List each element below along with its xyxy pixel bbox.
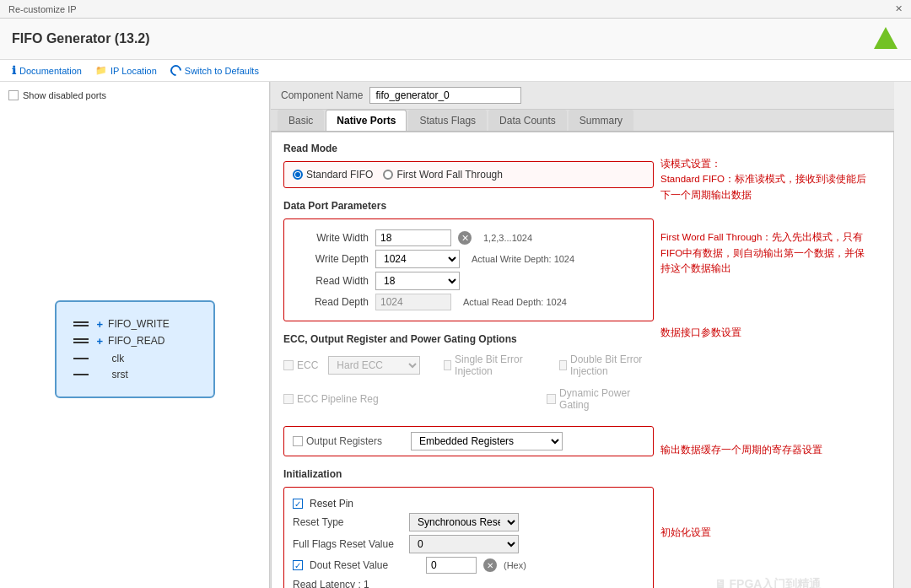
output-reg-select[interactable]: Embedded Registers bbox=[411, 432, 563, 450]
ecc-pipeline-checkbox bbox=[283, 394, 294, 404]
read-width-select[interactable]: 18 bbox=[375, 272, 460, 290]
watermark: 🖥 FPGA入门到精通 bbox=[660, 575, 875, 588]
fifo-write-port: + FIFO_WRITE bbox=[73, 318, 197, 331]
annotation-init: 初始化设置 bbox=[660, 525, 875, 540]
dout-reset-checkbox[interactable] bbox=[293, 560, 303, 570]
output-reg-box: Output Registers Embedded Registers bbox=[283, 426, 654, 456]
info-icon: ℹ bbox=[12, 64, 16, 77]
dout-reset-clear-btn[interactable]: ✕ bbox=[483, 558, 497, 572]
toolbar: ℹ Documentation 📁 IP Location Switch to … bbox=[0, 60, 911, 82]
dynamic-power-gating: Dynamic Power Gating bbox=[547, 387, 654, 411]
single-bit-injection: Single Bit Error Injection bbox=[444, 353, 536, 377]
main-layout: Show disabled ports + FIFO_WRITE bbox=[0, 82, 911, 588]
annotation-data-port: 数据接口参数设置 bbox=[660, 325, 875, 340]
tab-content: Read Mode Standard FIFO First Word Fall … bbox=[271, 132, 894, 588]
ecc-checkbox bbox=[283, 360, 294, 370]
content-area: Component Name Basic Native Ports Status… bbox=[270, 82, 894, 588]
annotation-output-reg: 输出数据缓存一个周期的寄存器设置 bbox=[660, 442, 875, 457]
init-title: Initialization bbox=[283, 468, 654, 480]
plus-icon-read: + bbox=[97, 335, 104, 348]
ecc-checkbox-row: ECC bbox=[283, 359, 318, 371]
header: FIFO Generator (13.2) bbox=[0, 19, 911, 60]
ip-location-link[interactable]: 📁 IP Location bbox=[95, 65, 157, 76]
documentation-link[interactable]: ℹ Documentation bbox=[12, 64, 82, 77]
actual-read-depth: Actual Read Depth: 1024 bbox=[463, 297, 567, 307]
ecc-row2: ECC Pipeline Reg Dynamic Power Gating bbox=[283, 387, 654, 411]
dout-hex: (Hex) bbox=[504, 560, 526, 570]
write-width-input[interactable] bbox=[375, 229, 451, 246]
srst-label: srst bbox=[112, 369, 128, 380]
init-box: Reset Pin Reset Type Synchronous Reset bbox=[283, 487, 654, 588]
ecc-row1: ECC Hard ECC Single Bit Error Injection bbox=[283, 353, 654, 377]
data-port-section: Data Port Parameters Write Width ✕ 1,2,3… bbox=[283, 200, 654, 321]
write-width-clear-btn[interactable]: ✕ bbox=[458, 231, 472, 245]
port-line-bottom bbox=[73, 325, 89, 326]
port-line-top bbox=[73, 321, 89, 323]
fifo-read-port: + FIFO_READ bbox=[73, 335, 197, 348]
annotation-first-word: First Word Fall Through：先入先出模式，只有FIFO中有数… bbox=[660, 229, 875, 276]
radio-empty-icon bbox=[383, 170, 393, 180]
title-bar-close[interactable]: ✕ bbox=[895, 3, 903, 14]
read-depth-input bbox=[375, 294, 451, 310]
tab-summary[interactable]: Summary bbox=[569, 110, 633, 131]
right-annotations: 读模式设置： Standard FIFO：标准读模式，接收到读使能后下一个周期输… bbox=[654, 143, 881, 588]
component-diagram: + FIFO_WRITE + FIFO_READ clk bbox=[55, 300, 215, 398]
actual-write-depth: Actual Write Depth: 1024 bbox=[472, 254, 574, 264]
canvas-area: + FIFO_WRITE + FIFO_READ clk bbox=[8, 112, 261, 585]
write-width-label: Write Width bbox=[293, 232, 369, 244]
write-depth-label: Write Depth bbox=[293, 253, 369, 265]
component-name-input[interactable] bbox=[369, 87, 521, 104]
full-flags-label: Full Flags Reset Value bbox=[293, 538, 402, 550]
write-depth-select[interactable]: 1024 bbox=[375, 250, 460, 268]
annotation-read-mode: 读模式设置： Standard FIFO：标准读模式，接收到读使能后下一个周期输… bbox=[660, 156, 875, 202]
ecc-title: ECC, Output Register and Power Gating Op… bbox=[283, 333, 654, 345]
header-logo bbox=[872, 25, 899, 52]
ecc-section: ECC, Output Register and Power Gating Op… bbox=[283, 333, 654, 414]
show-disabled-ports-row: Show disabled ports bbox=[8, 90, 261, 100]
tab-bar: Basic Native Ports Status Flags Data Cou… bbox=[271, 110, 894, 132]
reset-type-row: Reset Type Synchronous Reset bbox=[293, 513, 644, 531]
tab-status-flags[interactable]: Status Flags bbox=[408, 110, 487, 131]
full-flags-select[interactable]: 0 bbox=[409, 535, 519, 553]
full-flags-row: Full Flags Reset Value 0 bbox=[293, 535, 644, 553]
dout-reset-input[interactable] bbox=[426, 557, 477, 574]
title-bar: Re-customize IP ✕ bbox=[0, 0, 911, 19]
port-line-bottom2 bbox=[73, 342, 89, 343]
radio-standard-fifo[interactable]: Standard FIFO bbox=[293, 169, 373, 181]
double-bit-injection: Double Bit Error Injection bbox=[559, 353, 654, 377]
plus-icon-write: + bbox=[97, 318, 104, 331]
radio-first-word[interactable]: First Word Fall Through bbox=[383, 169, 503, 181]
tab-native-ports[interactable]: Native Ports bbox=[326, 110, 407, 131]
svg-marker-0 bbox=[874, 27, 898, 49]
ecc-options: ECC Hard ECC Single Bit Error Injection bbox=[283, 350, 654, 414]
init-section: Initialization Reset Pin Reset Type bbox=[283, 468, 654, 588]
switch-to-defaults-link[interactable]: Switch to Defaults bbox=[170, 65, 259, 76]
ecc-pipeline-reg: ECC Pipeline Reg bbox=[283, 393, 418, 405]
write-width-row: Write Width ✕ 1,2,3...1024 bbox=[293, 229, 644, 246]
refresh-icon bbox=[168, 62, 183, 78]
component-name-row: Component Name bbox=[271, 82, 894, 110]
srst-port: srst bbox=[73, 369, 197, 380]
read-depth-row: Read Depth Actual Read Depth: 1024 bbox=[293, 294, 644, 310]
tab-data-counts[interactable]: Data Counts bbox=[488, 110, 567, 131]
reset-pin-checkbox[interactable] bbox=[293, 499, 303, 509]
output-reg-checkbox[interactable] bbox=[293, 436, 303, 446]
single-bit-checkbox bbox=[444, 360, 451, 370]
read-latency: Read Latency : 1 bbox=[293, 579, 644, 588]
fifo-write-label: FIFO_WRITE bbox=[108, 318, 170, 330]
double-bit-checkbox bbox=[559, 360, 567, 370]
show-disabled-ports-checkbox[interactable] bbox=[8, 90, 19, 100]
app-title: FIFO Generator (13.2) bbox=[12, 31, 150, 46]
tab-basic[interactable]: Basic bbox=[278, 110, 324, 131]
clk-line bbox=[73, 358, 89, 359]
dout-reset-label: Dout Reset Value bbox=[310, 559, 419, 571]
read-width-label: Read Width bbox=[293, 275, 369, 287]
clk-label: clk bbox=[112, 353, 125, 364]
output-reg-check[interactable]: Output Registers bbox=[293, 435, 402, 447]
ecc-type-select: Hard ECC bbox=[328, 356, 419, 375]
srst-line bbox=[73, 374, 89, 375]
port-line-top2 bbox=[73, 338, 89, 340]
left-col: Read Mode Standard FIFO First Word Fall … bbox=[283, 143, 654, 588]
reset-type-select[interactable]: Synchronous Reset bbox=[409, 513, 519, 531]
read-width-row: Read Width 18 bbox=[293, 272, 644, 290]
